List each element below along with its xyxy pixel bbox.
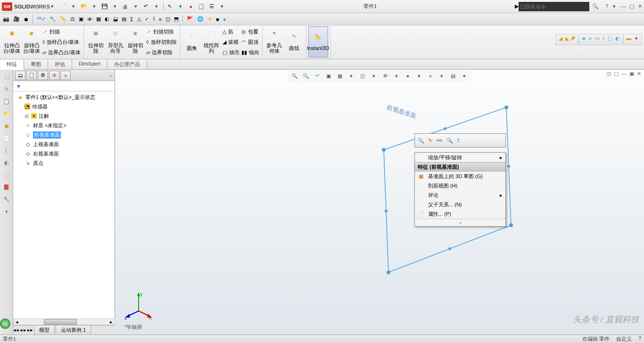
dropdown-icon[interactable]: ▾ <box>132 3 140 10</box>
ctx-zoom-pan-rotate[interactable]: 缩放/平移/旋转▸ <box>415 153 505 162</box>
status-custom[interactable]: 自定义 <box>616 335 632 343</box>
tab-nav-next1[interactable]: ▸ <box>24 327 26 333</box>
revolve-boss-button[interactable]: ◉旋转凸台/基体 <box>22 26 41 57</box>
view-settings-icon[interactable]: ▤ <box>449 72 457 80</box>
globe-icon[interactable]: 🌐 <box>197 16 204 22</box>
tab-dimxpert[interactable]: DimXpert <box>72 59 107 69</box>
fm-tab-property[interactable]: 📋 <box>26 71 37 80</box>
sun-icon[interactable]: ☀ <box>207 16 212 22</box>
tab-nav-prev1[interactable]: ◂ <box>20 327 23 333</box>
search-input[interactable] <box>525 4 587 9</box>
surf-icon[interactable]: ▬ <box>626 35 631 44</box>
save-icon[interactable]: 💾 <box>101 3 108 10</box>
options-icon[interactable]: 📋 <box>198 3 205 10</box>
balance-icon[interactable]: ⚖ <box>70 16 75 22</box>
section-icon[interactable]: ▣ <box>79 16 83 22</box>
eye-icon[interactable]: 👁 <box>87 16 92 22</box>
align-icon[interactable]: ▤ <box>122 16 126 22</box>
edit-sketch-icon[interactable]: ✎ <box>428 138 432 144</box>
surf-icon[interactable]: ▰ <box>582 35 586 44</box>
boundary-cut-button[interactable]: ▱边界切除 <box>145 47 177 57</box>
sketch-icon[interactable]: ✎ <box>2 85 11 93</box>
dome-button[interactable]: ◠圆顶 <box>240 37 260 47</box>
zebra-icon[interactable]: ≡ <box>159 16 162 22</box>
boundary-button[interactable]: ▱边界凸台/基体 <box>41 47 82 57</box>
sweep-cut-button[interactable]: ⟋扫描切除 <box>145 26 177 37</box>
appearance-icon[interactable]: ◐ <box>2 158 11 167</box>
section-view-icon[interactable]: ▣ <box>324 72 333 80</box>
surf-icon[interactable]: ▭ <box>595 35 600 44</box>
select-icon[interactable]: ↖ <box>166 3 174 10</box>
dropdown-icon[interactable]: ▾ <box>177 3 184 10</box>
tree-annotations[interactable]: ⊞A注解 <box>13 111 115 121</box>
fm-tab-tree[interactable]: 🗂 <box>15 71 25 80</box>
surf-icon[interactable]: ◊ <box>603 35 605 44</box>
book-icon[interactable]: 📕 <box>2 183 11 191</box>
interfere-icon[interactable]: ◐ <box>105 16 109 22</box>
spellcheck-icon[interactable]: ᴬᴮ✓ <box>37 16 46 22</box>
print-icon[interactable]: 🖨 <box>122 3 129 10</box>
sphere-icon[interactable]: ● <box>223 16 226 22</box>
undo-icon[interactable]: ↶ <box>142 3 150 10</box>
surf-icon[interactable]: ▱ <box>588 35 592 44</box>
repair-icon[interactable]: 🔧 <box>50 16 56 22</box>
surf-icon[interactable]: ◢ <box>559 35 562 44</box>
surf-icon[interactable]: ◤ <box>572 35 576 44</box>
rebuild-icon[interactable]: ● <box>187 3 195 10</box>
customize-icon[interactable]: ☰ <box>208 3 215 10</box>
video-icon[interactable]: 🎥 <box>13 16 20 22</box>
loft-cut-button[interactable]: ◊放样切割除 <box>145 37 177 47</box>
dropdown-icon[interactable]: ▾ <box>91 3 98 10</box>
ctx-expand[interactable]: ⌄ <box>415 219 505 226</box>
close-icon[interactable]: ✕ <box>638 3 642 9</box>
vp-restore-icon[interactable]: ◫ <box>606 71 611 77</box>
ctx-properties[interactable]: 📄属性... (P) <box>415 209 505 219</box>
dropdown-icon[interactable]: ▾ <box>70 3 77 10</box>
ctx-parent-child[interactable]: 父子关系... (N) <box>415 200 505 209</box>
instant3d-button[interactable]: 📐Instant3D <box>308 26 328 57</box>
shell-button[interactable]: ▢抽壳 <box>222 47 240 57</box>
tab-office[interactable]: 办公室产品 <box>107 59 147 69</box>
tab-evaluate[interactable]: 评估 <box>48 59 72 69</box>
thickness-icon[interactable]: ◫ <box>165 16 170 22</box>
prev-view-icon[interactable]: ↶ <box>313 72 322 80</box>
status-help-icon[interactable]: ? <box>638 335 641 343</box>
rib-button[interactable]: △筋 <box>222 26 240 37</box>
ctx-section-view[interactable]: 剖面视图 (H) <box>415 181 505 190</box>
tree-origin[interactable]: ↳原点 <box>13 158 115 168</box>
pattern-button[interactable]: ⋮⋮线性阵列 <box>202 26 222 57</box>
sigma-icon[interactable]: Σ <box>130 16 133 22</box>
fillet-button[interactable]: ◜圆角 <box>182 26 202 57</box>
zoom-area-icon[interactable]: 🔍 <box>302 72 310 80</box>
draft-button[interactable]: ◢拔模 <box>222 37 240 47</box>
ctx-comment[interactable]: 评论▸ <box>415 190 505 200</box>
box-icon[interactable]: ▣ <box>2 122 11 130</box>
notification-badge[interactable]: 66 <box>0 318 10 329</box>
fm-tab-dim[interactable]: ⊕ <box>49 71 59 80</box>
run-macro-icon[interactable]: ▶ <box>515 3 519 9</box>
surf-icon[interactable]: ◣ <box>565 35 569 44</box>
appearance-icon[interactable]: ● <box>404 72 412 80</box>
dropdown-icon[interactable]: ▾ <box>218 3 226 10</box>
tab-nav-prev[interactable]: ◂◂ <box>13 327 19 333</box>
search-box[interactable]: ⬚ <box>519 2 589 11</box>
fm-tab-config[interactable]: ⚙ <box>38 71 48 80</box>
normal-to-icon[interactable]: 👓 <box>436 138 443 144</box>
open-icon[interactable]: 📂 <box>80 3 88 10</box>
view-icon[interactable]: ⬚ <box>2 171 11 179</box>
camera-icon[interactable]: 📷 <box>3 16 9 22</box>
tree-sensors[interactable]: ◔传感器 <box>13 102 115 111</box>
clipboard2-icon[interactable]: 📄 <box>2 134 11 142</box>
assembly-icon[interactable]: ⬚ <box>2 73 11 81</box>
help-icon[interactable]: ? <box>605 3 608 9</box>
tree-root[interactable]: ◈零件1 (默认<<默认>_显示状态 <box>13 92 115 102</box>
loft-button[interactable]: ◊放样凸台/基体 <box>41 37 82 47</box>
view-orient-icon[interactable]: ▦ <box>336 72 344 80</box>
tab-features[interactable]: 特征 <box>0 59 24 70</box>
import-diag-icon[interactable]: ⬒ <box>174 16 179 22</box>
surf-icon[interactable]: ▢ <box>608 35 612 44</box>
revolve-cut-button[interactable]: ◉旋转切除 <box>125 26 145 57</box>
tool-icon[interactable]: 🔧 <box>2 195 11 204</box>
folder-icon[interactable]: 📁 <box>2 109 11 118</box>
clipboard-icon[interactable]: 📋 <box>2 97 11 106</box>
